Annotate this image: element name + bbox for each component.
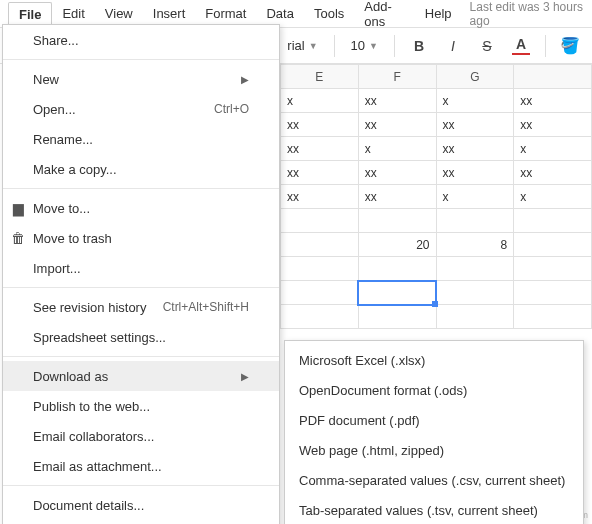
cell[interactable]: x <box>436 89 514 113</box>
last-edit-status[interactable]: Last edit was 3 hours ago <box>470 0 584 28</box>
text-color-button[interactable]: A <box>507 32 535 60</box>
cell[interactable]: xx <box>436 113 514 137</box>
menu-item-label: Spreadsheet settings... <box>33 330 166 345</box>
spreadsheet-grid[interactable]: EFGxxxxxxxxxxxxxxxxxxxxxxxxxxxxxxxxxx208 <box>280 64 592 329</box>
cell[interactable] <box>281 209 359 233</box>
trash-icon: 🗑 <box>9 230 27 246</box>
cell[interactable] <box>514 257 592 281</box>
cell[interactable] <box>358 209 436 233</box>
menu-item-move-to-trash[interactable]: 🗑Move to trash <box>3 223 279 253</box>
cell[interactable]: xx <box>436 161 514 185</box>
cell[interactable]: x <box>514 137 592 161</box>
cell[interactable]: x <box>436 185 514 209</box>
cell[interactable]: xx <box>281 185 359 209</box>
cell[interactable] <box>281 233 359 257</box>
paint-bucket-icon: 🪣 <box>560 36 580 55</box>
cell[interactable] <box>281 305 359 329</box>
font-family-value: rial <box>287 38 304 53</box>
cell[interactable] <box>281 257 359 281</box>
menu-data[interactable]: Data <box>256 2 303 25</box>
menu-item-share[interactable]: Share... <box>3 25 279 55</box>
menu-item-label: Share... <box>33 33 79 48</box>
bold-button[interactable]: B <box>405 32 433 60</box>
menu-item-print[interactable]: 🖶PrintCtrl+P <box>3 520 279 524</box>
menu-file[interactable]: File <box>8 2 52 26</box>
menu-item-rename[interactable]: Rename... <box>3 124 279 154</box>
menu-item-download-as[interactable]: Download as▶ <box>3 361 279 391</box>
cell[interactable] <box>514 305 592 329</box>
column-header[interactable]: G <box>436 65 514 89</box>
menu-item-label: Publish to the web... <box>33 399 150 414</box>
cell[interactable] <box>514 209 592 233</box>
cell[interactable]: xx <box>514 89 592 113</box>
menu-tools[interactable]: Tools <box>304 2 354 25</box>
cell[interactable]: xx <box>514 161 592 185</box>
menu-item-email-as-attachment[interactable]: Email as attachment... <box>3 451 279 481</box>
cell[interactable] <box>436 209 514 233</box>
menu-edit[interactable]: Edit <box>52 2 94 25</box>
strikethrough-button[interactable]: S <box>473 32 501 60</box>
fill-color-button[interactable]: 🪣 <box>556 32 584 60</box>
menu-item-new[interactable]: New▶ <box>3 64 279 94</box>
download-option[interactable]: Tab-separated values (.tsv, current shee… <box>285 495 583 524</box>
cell[interactable]: xx <box>358 161 436 185</box>
cell[interactable]: xx <box>281 161 359 185</box>
cell[interactable] <box>358 257 436 281</box>
menu-separator <box>3 485 279 486</box>
menu-item-document-details[interactable]: Document details... <box>3 490 279 520</box>
column-header[interactable]: E <box>281 65 359 89</box>
menu-item-label: Open... <box>33 102 76 117</box>
menu-addons[interactable]: Add-ons <box>354 0 415 33</box>
cell[interactable]: 20 <box>358 233 436 257</box>
menu-insert[interactable]: Insert <box>143 2 196 25</box>
submenu-arrow-icon: ▶ <box>241 371 249 382</box>
cell[interactable] <box>436 281 514 305</box>
cell[interactable]: xx <box>281 113 359 137</box>
cell[interactable]: x <box>514 185 592 209</box>
cell[interactable]: xx <box>514 113 592 137</box>
cell[interactable]: x <box>358 137 436 161</box>
font-family-select[interactable]: rial ▼ <box>281 34 323 57</box>
cell[interactable] <box>436 305 514 329</box>
cell[interactable]: xx <box>358 185 436 209</box>
column-header[interactable]: F <box>358 65 436 89</box>
menu-item-import[interactable]: Import... <box>3 253 279 283</box>
menu-item-see-revision-history[interactable]: See revision historyCtrl+Alt+Shift+H <box>3 292 279 322</box>
menu-item-open[interactable]: Open...Ctrl+O <box>3 94 279 124</box>
font-size-select[interactable]: 10 ▼ <box>345 34 384 57</box>
column-header[interactable] <box>514 65 592 89</box>
cell[interactable] <box>514 281 592 305</box>
cell[interactable]: x <box>281 89 359 113</box>
menu-item-label: Import... <box>33 261 81 276</box>
menu-item-spreadsheet-settings[interactable]: Spreadsheet settings... <box>3 322 279 352</box>
cell[interactable] <box>358 305 436 329</box>
download-option[interactable]: Comma-separated values (.csv, current sh… <box>285 465 583 495</box>
cell[interactable] <box>436 257 514 281</box>
menu-shortcut: Ctrl+Alt+Shift+H <box>163 300 249 314</box>
menu-item-publish-to-the-web[interactable]: Publish to the web... <box>3 391 279 421</box>
menu-item-email-collaborators[interactable]: Email collaborators... <box>3 421 279 451</box>
download-option[interactable]: OpenDocument format (.ods) <box>285 375 583 405</box>
cell[interactable]: xx <box>436 137 514 161</box>
cell[interactable]: xx <box>281 137 359 161</box>
cell[interactable]: xx <box>358 113 436 137</box>
divider <box>334 35 335 57</box>
menu-separator <box>3 59 279 60</box>
menu-view[interactable]: View <box>95 2 143 25</box>
cell[interactable] <box>281 281 359 305</box>
menu-item-label: Make a copy... <box>33 162 117 177</box>
italic-button[interactable]: I <box>439 32 467 60</box>
menu-item-label: Document details... <box>33 498 144 513</box>
menu-item-label: Email collaborators... <box>33 429 154 444</box>
download-option[interactable]: Web page (.html, zipped) <box>285 435 583 465</box>
menu-item-move-to[interactable]: ▆Move to... <box>3 193 279 223</box>
menu-help[interactable]: Help <box>415 2 462 25</box>
menu-item-make-a-copy[interactable]: Make a copy... <box>3 154 279 184</box>
cell[interactable]: xx <box>358 89 436 113</box>
download-option[interactable]: PDF document (.pdf) <box>285 405 583 435</box>
menu-format[interactable]: Format <box>195 2 256 25</box>
download-option[interactable]: Microsoft Excel (.xlsx) <box>285 345 583 375</box>
cell[interactable]: 8 <box>436 233 514 257</box>
cell[interactable] <box>514 233 592 257</box>
cell[interactable] <box>358 281 436 305</box>
